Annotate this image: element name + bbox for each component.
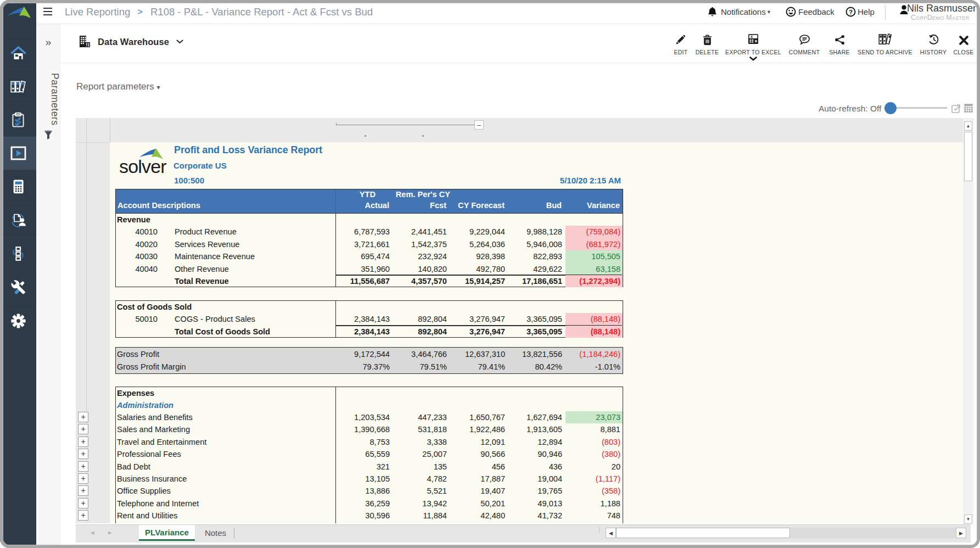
- svg-text:?: ?: [849, 8, 853, 15]
